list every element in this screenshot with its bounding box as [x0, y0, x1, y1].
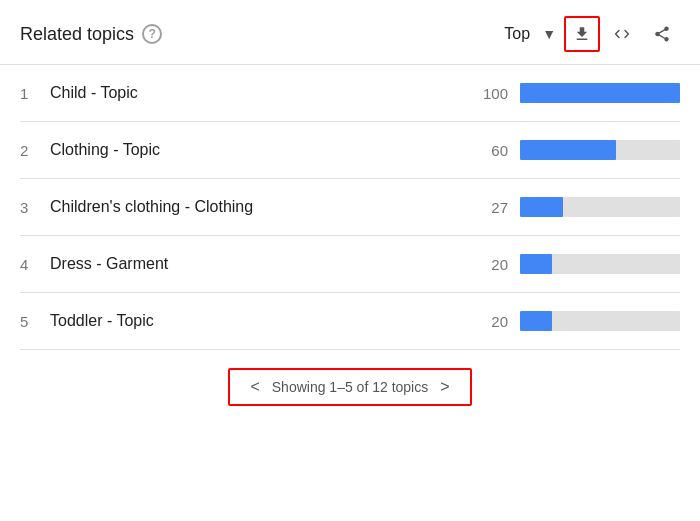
bar-container — [520, 83, 680, 103]
dropdown-arrow-icon[interactable]: ▼ — [538, 22, 560, 46]
row-number: 3 — [20, 199, 50, 216]
topics-table: 1 Child - Topic 100 2 Clothing - Topic 6… — [0, 65, 700, 350]
row-topic-name: Child - Topic — [50, 84, 468, 102]
row-number: 4 — [20, 256, 50, 273]
pagination: < Showing 1–5 of 12 topics > — [0, 350, 700, 422]
bar-container — [520, 254, 680, 274]
share-icon — [653, 25, 671, 43]
bar-fill — [520, 254, 552, 274]
embed-button[interactable] — [604, 16, 640, 52]
row-number: 1 — [20, 85, 50, 102]
row-topic-name: Clothing - Topic — [50, 141, 468, 159]
bar-container — [520, 311, 680, 331]
bar-container — [520, 197, 680, 217]
row-value: 60 — [468, 142, 508, 159]
row-value: 20 — [468, 256, 508, 273]
table-row: 1 Child - Topic 100 — [20, 65, 680, 122]
bar-fill — [520, 197, 563, 217]
header-left: Related topics ? — [20, 24, 504, 45]
prev-page-button[interactable]: < — [250, 378, 259, 396]
page-title: Related topics — [20, 24, 134, 45]
table-row: 3 Children's clothing - Clothing 27 — [20, 179, 680, 236]
header: Related topics ? Top ▼ — [0, 0, 700, 65]
bar-fill — [520, 311, 552, 331]
row-value: 27 — [468, 199, 508, 216]
table-row: 5 Toddler - Topic 20 — [20, 293, 680, 350]
bar-fill — [520, 83, 680, 103]
download-button[interactable] — [564, 16, 600, 52]
pagination-text: Showing 1–5 of 12 topics — [272, 379, 428, 395]
table-row: 2 Clothing - Topic 60 — [20, 122, 680, 179]
top-label: Top — [504, 25, 530, 43]
pagination-inner: < Showing 1–5 of 12 topics > — [228, 368, 471, 406]
help-icon[interactable]: ? — [142, 24, 162, 44]
row-number: 2 — [20, 142, 50, 159]
bar-fill — [520, 140, 616, 160]
row-topic-name: Toddler - Topic — [50, 312, 468, 330]
row-topic-name: Dress - Garment — [50, 255, 468, 273]
download-icon — [573, 25, 591, 43]
row-number: 5 — [20, 313, 50, 330]
embed-icon — [613, 25, 631, 43]
bar-container — [520, 140, 680, 160]
header-right: Top ▼ — [504, 16, 680, 52]
row-value: 100 — [468, 85, 508, 102]
row-value: 20 — [468, 313, 508, 330]
share-button[interactable] — [644, 16, 680, 52]
row-topic-name: Children's clothing - Clothing — [50, 198, 468, 216]
table-row: 4 Dress - Garment 20 — [20, 236, 680, 293]
next-page-button[interactable]: > — [440, 378, 449, 396]
